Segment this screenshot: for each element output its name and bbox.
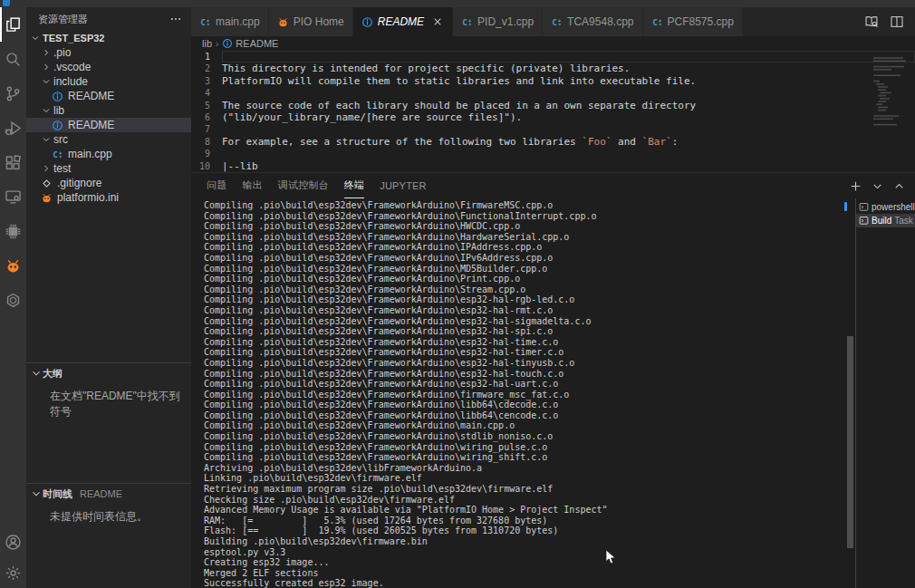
tab-readme[interactable]: README [353, 7, 453, 36]
tree-item-lib[interactable]: lib [26, 103, 191, 118]
code-line-text: ("lib/your_library_name/[here are source… [222, 111, 915, 123]
tab-main-cpp[interactable]: Cmain.cpp [191, 7, 269, 36]
file-tree: TEST_ESP32.pio.vscodeincludeREADMElibREA… [26, 31, 191, 205]
line-number: 4 [191, 87, 222, 99]
run-and-debug-icon [5, 120, 22, 137]
editor-tab-bar: Cmain.cppPIO HomeREADMECPID_v1.cppCTCA95… [191, 7, 915, 36]
chevron-up-small-icon[interactable] [892, 179, 906, 193]
tree-item-platformio-ini[interactable]: platformio.ini [26, 190, 191, 205]
tab-tca9548-cpp[interactable]: CTCA9548.cpp [543, 7, 642, 36]
split-editor-icon[interactable] [890, 14, 904, 29]
activity-item-settings-gear[interactable] [0, 557, 26, 588]
bottom-panel: 问题输出调试控制台终端JUPYTER Compiling .pio\build\… [191, 172, 915, 588]
code-editor[interactable]: 12This directory is intended for project… [191, 51, 915, 172]
terminal-line: Compiling .pio\build\esp32dev\FrameworkA… [204, 420, 855, 431]
platformio-icon [41, 192, 53, 204]
ellipsis-icon[interactable] [169, 13, 182, 25]
vscode-logo-sliver [3, 0, 10, 6]
terminal-output[interactable]: Compiling .pio\build\esp32dev\FrameworkA… [191, 198, 855, 588]
tab-label: PCF8575.cpp [668, 15, 734, 28]
outline-section-header[interactable]: 大纲 [26, 363, 191, 383]
plus-icon[interactable] [849, 179, 862, 193]
code-line-4: 4 [191, 87, 915, 99]
open-preview-icon[interactable] [864, 14, 879, 29]
tree-item--vscode[interactable]: .vscode [26, 60, 191, 74]
account-icon [5, 534, 22, 551]
panel-tab-问题[interactable]: 问题 [207, 173, 226, 198]
activity-item-source-control[interactable] [0, 76, 26, 111]
info-icon [52, 91, 63, 102]
terminal-instance-build[interactable]: BuildTask [856, 214, 915, 227]
tree-item-label: src [53, 133, 68, 146]
info-icon [222, 38, 233, 49]
terminal-instance-powershell[interactable]: powershell [856, 200, 915, 214]
activity-item-openai[interactable] [0, 283, 26, 317]
panel-tab-输出[interactable]: 输出 [242, 173, 262, 198]
panel-tab-终端[interactable]: 终端 [344, 173, 364, 198]
timeline-section-header[interactable]: 时间线 README [26, 484, 191, 504]
line-number: 6 [191, 111, 222, 123]
tree-item-test[interactable]: test [26, 161, 191, 176]
tree-item-test-esp32[interactable]: TEST_ESP32 [26, 31, 191, 45]
editor-column: Cmain.cppPIO HomeREADMECPID_v1.cppCTCA95… [191, 7, 915, 588]
tree-item-label: README [68, 90, 114, 102]
tree-item-readme[interactable]: README [26, 89, 191, 103]
editor-actions [864, 7, 915, 36]
tree-item-label: .pio [53, 46, 71, 59]
cpp-icon: C [52, 149, 63, 160]
line-number: 10 [191, 160, 222, 172]
tab-pcf8575-cpp[interactable]: CPCF8575.cpp [643, 7, 743, 36]
svg-text:C: C [552, 17, 557, 27]
editor-tabs: Cmain.cppPIO HomeREADMECPID_v1.cppCTCA95… [191, 7, 743, 36]
breadcrumb-item-readme[interactable]: README [236, 38, 278, 49]
panel-tab-jupyter[interactable]: JUPYTER [380, 173, 427, 198]
tree-item-main-cpp[interactable]: Cmain.cpp [26, 147, 191, 161]
tree-item--pio[interactable]: .pio [26, 45, 191, 60]
line-number: 1 [191, 51, 222, 63]
minimap[interactable] [872, 53, 912, 136]
tree-item-label: lib [53, 104, 64, 117]
code-line-text [222, 51, 915, 63]
tree-item-readme[interactable]: README [26, 118, 191, 132]
platformio-icon [277, 16, 289, 28]
activity-item-account[interactable] [0, 526, 26, 557]
activity-bar-bottom [0, 526, 26, 588]
activity-item-chip[interactable] [0, 214, 26, 248]
code-line-8: 8For example, see a structure of the fol… [191, 136, 915, 148]
tab-label: README [378, 15, 424, 28]
cpp-icon: C [461, 16, 473, 28]
terminal-line: Compiling .pio\build\esp32dev\FrameworkA… [204, 221, 855, 232]
chevron-down-icon [30, 367, 43, 380]
panel-tab-调试控制台[interactable]: 调试控制台 [278, 173, 329, 198]
terminal-line: Flash: [== ] 19.9% (used 260525 bytes fr… [204, 525, 855, 536]
activity-item-remote-explorer[interactable] [0, 179, 26, 214]
tree-item-include[interactable]: include [26, 74, 191, 89]
tab-pio-home[interactable]: PIO Home [269, 7, 353, 36]
tab-pid-v1-cpp[interactable]: CPID_v1.cpp [453, 7, 543, 36]
activity-item-run-and-debug[interactable] [0, 111, 26, 145]
activity-item-extensions[interactable] [0, 145, 26, 179]
title-bar [0, 0, 915, 7]
tree-item-src[interactable]: src [26, 132, 191, 147]
tab-label: main.cpp [216, 15, 260, 28]
activity-item-search[interactable] [0, 42, 26, 76]
svg-text:C: C [652, 17, 658, 27]
breadcrumb-item-lib[interactable]: lib [202, 38, 212, 49]
cpp-icon: C [199, 16, 211, 28]
terminal-line: Compiling .pio\build\esp32dev\FrameworkA… [204, 358, 855, 369]
tree-item--gitignore[interactable]: .gitignore [26, 176, 191, 190]
terminal-scrollbar[interactable] [847, 336, 853, 548]
terminal-prompt-icon [859, 216, 869, 226]
terminal-line: Merged 2 ELF sections [204, 568, 855, 579]
close-icon[interactable] [431, 15, 444, 28]
tab-label: PIO Home [294, 15, 344, 28]
activity-item-platformio[interactable] [0, 248, 26, 283]
breadcrumb-separator-icon: › [215, 39, 219, 49]
chevron-down-small-icon[interactable] [871, 179, 884, 193]
code-line-text: |--lib [222, 160, 915, 172]
git-diamond-icon [41, 178, 53, 189]
remote-explorer-icon [5, 188, 22, 206]
activity-item-explorer[interactable] [0, 7, 26, 42]
terminal-instance-name: Build [872, 216, 891, 226]
timeline-section: 时间线 README 未提供时间表信息。 [26, 483, 191, 588]
